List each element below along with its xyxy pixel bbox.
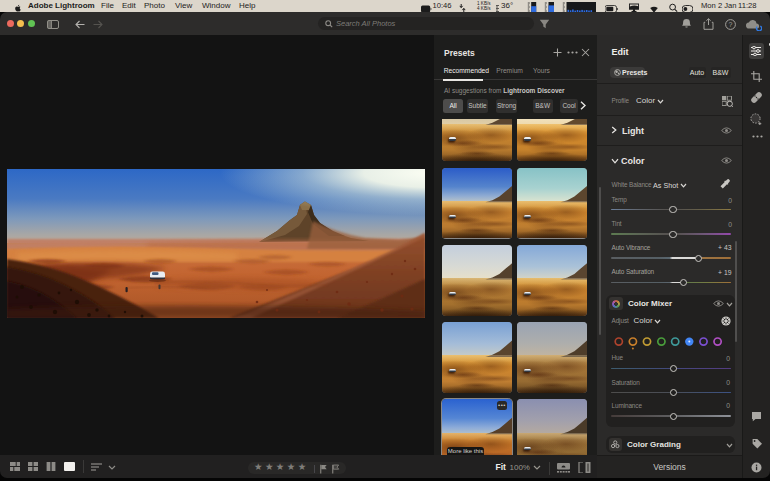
svg-text:?: ? xyxy=(729,20,733,27)
